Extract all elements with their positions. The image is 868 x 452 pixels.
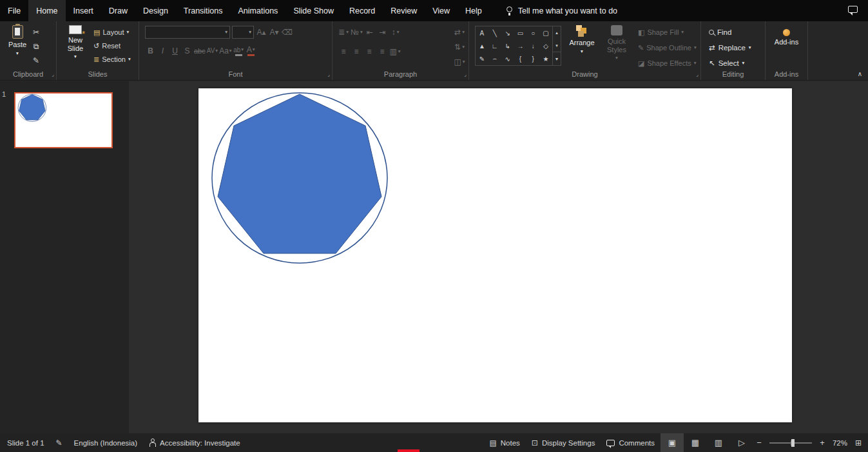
- slide-canvas[interactable]: [198, 88, 792, 422]
- align-right-button[interactable]: ≡: [363, 45, 375, 57]
- fit-slide-to-window-button[interactable]: ⊞: [851, 438, 868, 447]
- grow-font-button[interactable]: A▴: [256, 26, 267, 39]
- numbering-button[interactable]: №▾: [351, 26, 363, 38]
- comments-button[interactable]: Comments: [601, 433, 661, 452]
- menu-tab-view[interactable]: View: [425, 0, 458, 21]
- cut-button[interactable]: ✂: [30, 26, 43, 39]
- shrink-font-button[interactable]: A▾: [269, 26, 280, 39]
- text-box-shape[interactable]: A: [476, 26, 488, 39]
- language-indicator[interactable]: English (Indonesia): [68, 433, 143, 452]
- triangle-shape[interactable]: ▲: [476, 39, 488, 52]
- change-case-button[interactable]: Aa▾: [219, 44, 231, 57]
- oval-shape[interactable]: ○: [526, 26, 539, 39]
- arc-shape[interactable]: ⌢: [488, 52, 501, 65]
- arrow-right-shape[interactable]: →: [514, 39, 527, 52]
- shape-outline-button[interactable]: ✎ Shape Outline ▾: [636, 41, 699, 54]
- diamond-shape[interactable]: ◇: [539, 39, 552, 52]
- strikethrough-button[interactable]: abc: [194, 44, 206, 57]
- addins-button[interactable]: Add-ins: [766, 21, 807, 46]
- zoom-slider[interactable]: [769, 442, 812, 444]
- shape-effects-button[interactable]: ◪ Shape Effects ▾: [636, 57, 699, 70]
- underline-button[interactable]: U: [169, 44, 180, 57]
- find-button[interactable]: Find: [709, 26, 765, 39]
- character-spacing-button[interactable]: AV▾: [207, 44, 218, 57]
- copy-button[interactable]: ⧉: [30, 40, 43, 53]
- slide-1-thumbnail[interactable]: [14, 92, 113, 148]
- clipboard-dialog-launcher[interactable]: ⌟: [52, 72, 54, 77]
- decrease-indent-button[interactable]: ⇤: [364, 26, 376, 38]
- menu-tab-record[interactable]: Record: [342, 0, 383, 21]
- menu-tab-review[interactable]: Review: [383, 0, 425, 21]
- text-shadow-button[interactable]: S: [182, 44, 193, 57]
- italic-button[interactable]: I: [157, 44, 168, 57]
- zoom-level[interactable]: 72%: [828, 439, 851, 447]
- convert-smartart-button[interactable]: ◫▾: [454, 55, 465, 68]
- zoom-slider-thumb[interactable]: [791, 439, 795, 447]
- align-center-button[interactable]: ≡: [351, 45, 362, 57]
- bold-button[interactable]: B: [145, 44, 156, 57]
- comments-bubble-icon[interactable]: [848, 6, 858, 13]
- menu-tab-home[interactable]: Home: [28, 0, 65, 21]
- display-settings-button[interactable]: ⊡ Display Settings: [526, 433, 601, 452]
- menu-tab-draw[interactable]: Draw: [101, 0, 135, 21]
- font-name-select[interactable]: ▾: [145, 26, 230, 39]
- menu-tab-slide-show[interactable]: Slide Show: [285, 0, 342, 21]
- format-painter-button[interactable]: ✎: [30, 54, 43, 67]
- accessibility-status[interactable]: Accessibility: Investigate: [143, 433, 246, 452]
- freeform-shape[interactable]: ✎: [476, 52, 488, 65]
- pen-tool-button[interactable]: ✎: [50, 433, 68, 452]
- elbow-arrow-shape[interactable]: ↳: [501, 39, 514, 52]
- layout-button[interactable]: ▤ Layout ▾: [92, 26, 133, 39]
- paragraph-dialog-launcher[interactable]: ⌟: [464, 72, 467, 77]
- notes-button[interactable]: ▤ Notes: [483, 433, 525, 452]
- font-dialog-launcher[interactable]: ⌟: [327, 72, 330, 77]
- elbow-connector-shape[interactable]: ∟: [488, 39, 501, 52]
- clear-formatting-button[interactable]: ⌫: [282, 26, 293, 39]
- justify-button[interactable]: ≡: [376, 45, 388, 57]
- gallery-scroll-down[interactable]: ▾: [553, 39, 561, 52]
- new-slide-button[interactable]: New Slide ▾: [59, 21, 92, 59]
- heptagon-shape[interactable]: [218, 94, 381, 253]
- left-brace-shape[interactable]: {: [514, 52, 527, 65]
- menu-tab-design[interactable]: Design: [135, 0, 176, 21]
- line-shape[interactable]: ╲: [488, 26, 501, 39]
- zoom-in-button[interactable]: +: [816, 438, 828, 447]
- drawing-dialog-launcher[interactable]: ⌟: [696, 72, 699, 77]
- curve-shape[interactable]: ∿: [501, 52, 514, 65]
- menu-tab-animations[interactable]: Animations: [231, 0, 286, 21]
- font-size-select[interactable]: ▾: [232, 26, 254, 39]
- zoom-out-button[interactable]: −: [753, 438, 765, 447]
- rounded-rectangle-shape[interactable]: ▢: [539, 26, 552, 39]
- normal-view-button[interactable]: ▣: [661, 433, 684, 452]
- tell-me-search[interactable]: Tell me what you want to do: [506, 0, 617, 21]
- menu-tab-insert[interactable]: Insert: [66, 0, 101, 21]
- rectangle-shape[interactable]: ▭: [514, 26, 527, 39]
- replace-button[interactable]: ⇄ Replace ▾: [709, 41, 765, 54]
- increase-indent-button[interactable]: ⇥: [377, 26, 389, 38]
- slideshow-view-button[interactable]: ▷: [730, 433, 753, 452]
- menu-tab-file[interactable]: File: [0, 0, 28, 21]
- collapse-ribbon-button[interactable]: ∧: [858, 70, 862, 77]
- right-brace-shape[interactable]: }: [526, 52, 539, 65]
- gallery-more-button[interactable]: ▼: [553, 52, 561, 65]
- align-text-button[interactable]: ⇅▾: [454, 41, 465, 53]
- editing-canvas[interactable]: [129, 81, 868, 433]
- menu-tab-help[interactable]: Help: [458, 0, 490, 21]
- line-spacing-button[interactable]: ↕▾: [390, 26, 401, 38]
- star-shape[interactable]: ★: [539, 52, 552, 65]
- section-button[interactable]: ≣ Section ▾: [92, 53, 133, 66]
- line-arrow-shape[interactable]: ↘: [501, 26, 514, 39]
- reading-view-button[interactable]: ▥: [707, 433, 730, 452]
- select-button[interactable]: ↖ Select ▾: [709, 57, 765, 70]
- align-left-button[interactable]: ≡: [338, 45, 349, 57]
- paste-button[interactable]: Paste ▾: [5, 21, 30, 55]
- reset-button[interactable]: ↺ Reset: [92, 39, 133, 52]
- highlight-color-button[interactable]: ab▾: [233, 44, 244, 57]
- text-direction-button[interactable]: ⇄▾: [454, 26, 465, 38]
- slide-sorter-view-button[interactable]: ▦: [684, 433, 707, 452]
- font-color-button[interactable]: A▾: [246, 44, 256, 57]
- columns-button[interactable]: ▥▾: [389, 45, 401, 57]
- shape-fill-button[interactable]: ◧ Shape Fill ▾: [636, 26, 699, 39]
- arrow-down-shape[interactable]: ↓: [526, 39, 539, 52]
- gallery-scroll-up[interactable]: ▴: [553, 26, 561, 39]
